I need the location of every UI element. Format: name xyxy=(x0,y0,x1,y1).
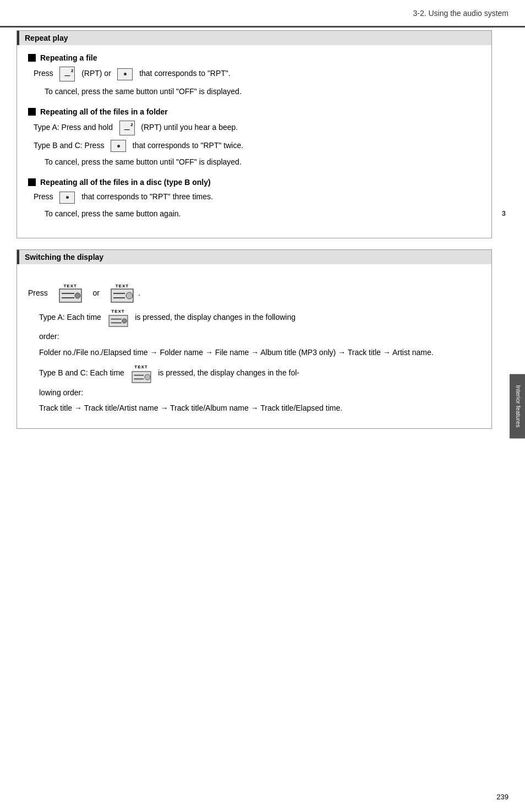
type-a-order-line: order: xyxy=(39,330,469,342)
text-button-b-wrap: TEXT xyxy=(111,284,134,303)
header-bar: 3-2. Using the audio system xyxy=(0,0,525,28)
bullet-square xyxy=(28,54,36,62)
text-button-a-inline: TEXT xyxy=(108,308,129,328)
repeating-folder-title: Repeating all of the files in a folder xyxy=(28,107,480,116)
switching-display-section: Switching the display Press TEXT xyxy=(17,249,492,429)
text-button-a-inline-svg xyxy=(108,315,129,327)
disc-press: Press that corresponds to "RPT" three ti… xyxy=(28,191,480,203)
repeating-file-title: Repeating a file xyxy=(28,53,480,62)
side-tab: Interior features xyxy=(510,374,525,438)
press-text-line: Press TEXT or TEXT xyxy=(28,284,480,303)
svg-point-7 xyxy=(126,292,133,299)
disc-cancel: To cancel, press the same button again. xyxy=(28,208,480,220)
text-button-a-svg xyxy=(59,288,82,303)
rpt-button-2: 2 — xyxy=(59,67,75,81)
rpt-button-dot xyxy=(117,68,133,80)
switching-display-body: Press TEXT or TEXT xyxy=(17,264,491,428)
repeating-file-press: Press 2 — (RPT) or that corre xyxy=(28,67,480,81)
repeat-play-body: Repeating a file Press 2 — (RPT) or xyxy=(17,45,491,238)
repeating-disc-title: Repeating all of the files in a disc (ty… xyxy=(28,178,480,187)
type-b-folder-press: Type B and C: Press that corresponds to … xyxy=(28,140,480,152)
rpt-button-2b: 2 — xyxy=(119,121,135,135)
press-label: Press xyxy=(28,288,48,297)
text-label-a: TEXT xyxy=(63,284,76,288)
repeating-folder-cancel: To cancel, press the same button until "… xyxy=(28,156,480,168)
header-title: 3-2. Using the audio system xyxy=(413,9,508,18)
type-b-order-line: lowing order: xyxy=(39,386,469,399)
svg-point-15 xyxy=(144,374,150,380)
period-label: . xyxy=(138,288,140,297)
switching-display-title: Switching the display xyxy=(25,253,103,261)
page-number: 239 xyxy=(496,793,508,801)
type-b-block: Type B and C: Each time TEXT is pressed,… xyxy=(39,364,469,415)
rpt-button-dot-b xyxy=(111,140,126,152)
bullet-square-2 xyxy=(28,108,36,116)
type-a-folder-press: Type A: Press and hold 2 — (RPT) until y… xyxy=(28,121,480,135)
type-a-sequence: Folder no./File no./Elapsed time → Folde… xyxy=(39,346,469,358)
switching-display-header: Switching the display xyxy=(17,250,491,264)
svg-point-3 xyxy=(75,293,80,298)
side-number: 3 xyxy=(502,209,506,217)
type-b-line: Type B and C: Each time TEXT is pressed,… xyxy=(39,364,469,383)
repeating-file-cancel: To cancel, press the same button until "… xyxy=(28,86,480,97)
type-a-block: Type A: Each time TEXT is pressed, the d… xyxy=(39,308,469,359)
text-button-b-inline: TEXT xyxy=(131,364,152,383)
text-button-a-wrap: TEXT xyxy=(59,284,82,303)
bullet-square-3 xyxy=(28,178,36,186)
repeat-play-header: Repeat play xyxy=(17,31,491,45)
or-text: or xyxy=(93,288,100,297)
text-button-b-inline-svg xyxy=(131,371,152,383)
side-tab-label: Interior features xyxy=(515,385,522,427)
repeating-disc-subsection: Repeating all of the files in a disc (ty… xyxy=(28,178,480,219)
repeat-play-title: Repeat play xyxy=(25,34,68,42)
text-button-b-svg xyxy=(111,288,134,303)
repeat-play-section: Repeat play Repeating a file Press 2 — xyxy=(17,30,492,238)
main-content: Repeat play Repeating a file Press 2 — xyxy=(17,30,492,473)
rpt-button-dot-c xyxy=(59,192,75,204)
repeating-folder-subsection: Repeating all of the files in a folder T… xyxy=(28,107,480,168)
svg-point-11 xyxy=(122,319,126,323)
type-b-sequence: Track title → Track title/Artist name → … xyxy=(39,402,469,414)
text-label-b: TEXT xyxy=(116,284,129,288)
type-a-line: Type A: Each time TEXT is pressed, the d… xyxy=(39,308,469,328)
repeating-file-subsection: Repeating a file Press 2 — (RPT) or xyxy=(28,53,480,97)
